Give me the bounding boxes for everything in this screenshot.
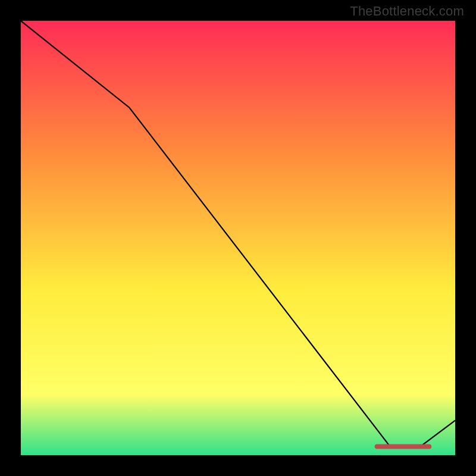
chart-container: TheBottleneck.com — [0, 0, 476, 476]
attribution-text: TheBottleneck.com — [350, 4, 464, 19]
gradient-background — [21, 21, 455, 455]
plot-area — [21, 21, 455, 455]
chart-svg — [21, 21, 455, 455]
